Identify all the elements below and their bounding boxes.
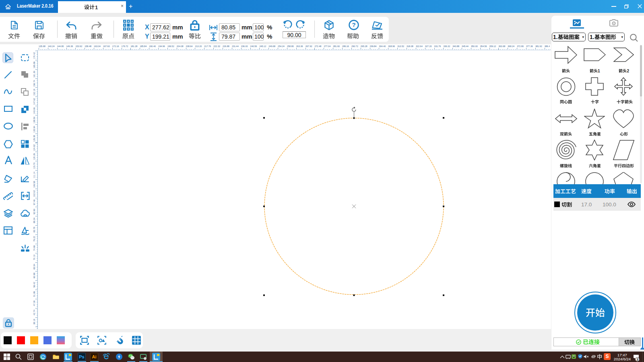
svg-text:?: ? xyxy=(352,21,355,28)
